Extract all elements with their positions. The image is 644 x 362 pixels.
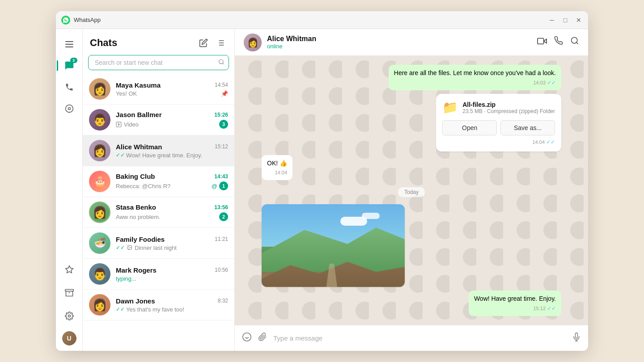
chat-name-dawn: Dawn Jones [116,297,155,305]
file-icon: 📁 [442,100,458,115]
svg-point-23 [572,38,577,43]
svg-rect-6 [65,290,73,291]
svg-rect-1 [65,44,73,45]
photo-message: So beautiful here! 15:06 ❤️ [262,204,405,287]
search-button[interactable] [570,36,579,48]
attach-button[interactable] [258,333,267,344]
chat-info-mark: Mark Rogers 10:56 typing... [116,266,228,282]
chat-preview-alice: ✓✓ Wow! Have great time. Enjoy. [116,152,202,159]
chat-item-maya[interactable]: 👩 Maya Kasuma 14:54 Yes! OK 📌 [83,74,234,105]
svg-rect-22 [538,38,544,44]
chat-time-baking: 14:43 [214,173,228,180]
nav-archive[interactable] [59,283,79,303]
input-bar [235,325,588,351]
avatar-stasa: 👩 [89,202,110,223]
app-title: WhatsApp [74,17,548,23]
chat-name-alice: Alice Whitman [116,143,162,151]
day-divider: Today [398,187,425,197]
save-file-button[interactable]: Save as... [500,120,555,135]
search-bar [88,55,229,70]
chat-info-baking: Baking Club 14:43 Rebecca: @Chris R? @ 1 [116,173,228,190]
chat-item-alice[interactable]: 👩 Alice Whitman 15:12 ✓✓ Wow! Have great… [83,135,234,166]
user-avatar[interactable]: U [62,331,76,345]
emoji-button[interactable] [242,332,252,344]
message-1-time: 14:03 [533,79,546,87]
avatar-jason: 👨 [89,109,110,130]
filter-button[interactable] [214,36,227,50]
chats-badge: 3 [70,58,77,63]
nav-status[interactable] [59,99,79,118]
new-chat-button[interactable] [197,36,210,50]
chat-item-mark[interactable]: 👨 Mark Rogers 10:56 typing... [83,259,234,290]
chat-preview-family: ✓✓ Dinner last night [116,244,177,251]
chat-name-baking: Baking Club [116,173,155,180]
svg-point-8 [68,315,70,317]
avatar-maya: 👩 [89,78,110,100]
search-input[interactable] [88,55,229,70]
whatsapp-logo [61,16,70,25]
chat-time-alice: 15:12 [215,143,228,150]
chat-item-baking[interactable]: 🎂 Baking Club 14:43 Rebecca: @Chris R? @… [83,166,234,197]
app-body: 3 [56,29,588,351]
nav-settings[interactable] [59,306,79,326]
file-info: 📁 All-files.zip 23.5 MB · Compressed (zi… [442,100,555,115]
svg-point-4 [68,108,70,110]
chat-preview-maya: Yes! OK [116,90,137,97]
svg-line-24 [576,42,578,44]
title-bar: WhatsApp ─ □ ✕ [56,11,588,29]
nav-menu[interactable] [59,34,79,54]
chat-header-actions [537,36,579,48]
message-1-read-icon: ✓✓ [547,79,556,87]
nav-chats[interactable]: 3 [59,56,79,76]
svg-point-25 [243,333,251,341]
chat-preview-baking: Rebecca: @Chris R? [116,183,170,189]
nav-calls[interactable] [59,77,79,97]
chats-title: Chats [90,37,117,49]
unread-badge-stasa: 2 [219,212,228,221]
unread-badge-baking: 1 [219,181,228,190]
message-5-read-icon: ✓✓ [547,304,556,312]
chat-name-mark: Mark Rogers [116,266,157,274]
voice-call-button[interactable] [554,36,563,48]
chat-preview-jason: Video [116,121,139,128]
chat-time-family: 11:21 [215,236,228,242]
chat-time-maya: 14:54 [215,82,228,88]
chats-header-icons [197,36,227,50]
active-indicator [57,60,58,71]
video-call-button[interactable] [537,36,547,48]
chat-header-name: Alice Whitman [267,35,537,43]
chat-time-stasa: 13:56 [214,204,228,210]
open-file-button[interactable]: Open [442,120,497,135]
unread-badge-jason: 3 [219,120,228,129]
chat-item-dawn[interactable]: 👩 Dawn Jones 8:32 ✓✓ Yes that's my fave … [83,290,234,320]
mic-button[interactable] [572,333,581,344]
svg-rect-17 [116,122,121,127]
chat-item-stasa[interactable]: 👩 Stasa Benko 13:56 Aww no problem. 2 [83,197,234,228]
nav-starred[interactable] [59,260,79,279]
app-window: WhatsApp ─ □ ✕ 3 [56,11,588,351]
chat-header-avatar[interactable]: 👩 [244,34,262,51]
chat-name-jason: Jason Ballmer [116,111,162,118]
cloud2 [362,213,380,219]
message-1: Here are all the files. Let me know once… [389,65,561,90]
file-message-read-icon: ✓✓ [546,139,555,145]
chat-area: 👩 Alice Whitman online [235,29,588,351]
maximize-button[interactable]: □ [561,17,569,24]
file-message-time: 14:04 [532,139,545,145]
svg-rect-2 [65,46,73,47]
message-5-time: 15:12 [533,305,546,312]
chat-item-family[interactable]: 🍜 Family Foodies 11:21 ✓✓ Dinner last ni… [83,228,234,259]
window-controls: ─ □ ✕ [548,17,583,24]
close-button[interactable]: ✕ [575,17,583,24]
chat-item-jason[interactable]: 👨 Jason Ballmer 15:26 Video 3 [83,105,234,135]
svg-marker-21 [544,39,547,43]
sidebar-nav: 3 [56,29,83,351]
message-3: OK! 👍 14:04 [262,155,292,180]
chat-info-dawn: Dawn Jones 8:32 ✓✓ Yes that's my fave to… [116,297,228,313]
message-5: Wow! Have great time. Enjoy. 15:12 ✓✓ [469,290,561,316]
chat-info-jason: Jason Ballmer 15:26 Video 3 [116,111,228,129]
message-1-text: Here are all the files. Let me know once… [394,69,556,76]
message-input[interactable] [273,334,566,342]
minimize-button[interactable]: ─ [548,17,556,24]
chat-info-family: Family Foodies 11:21 ✓✓ Dinner last nigh… [116,236,228,251]
